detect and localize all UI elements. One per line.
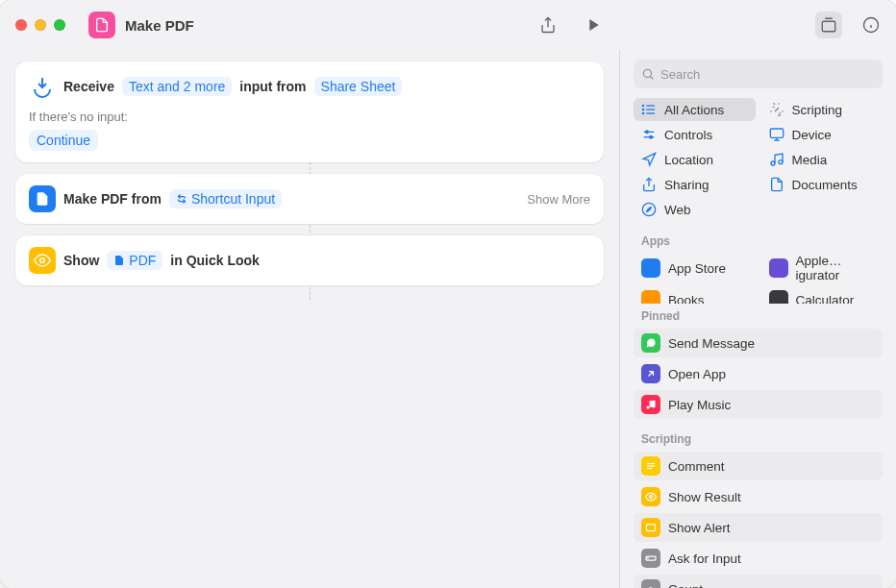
category-label: Scripting: [792, 103, 843, 117]
eye-icon: [641, 487, 660, 506]
apps-section-title: Apps: [620, 229, 896, 252]
action-label: Open App: [668, 367, 726, 381]
app-label: App Store: [668, 261, 726, 276]
app-icon: [641, 290, 660, 304]
category-media[interactable]: Media: [761, 148, 884, 171]
app-window: Make PDF: [0, 0, 896, 588]
svg-marker-22: [643, 153, 656, 165]
app-item[interactable]: Apple…igurator: [761, 252, 884, 284]
show-label: Show: [63, 253, 99, 268]
action-item[interactable]: ΣCount: [634, 575, 883, 588]
svg-point-26: [642, 203, 655, 215]
action-item[interactable]: Send Message: [634, 329, 883, 357]
make-pdf-label: Make PDF from: [63, 191, 162, 207]
info-button[interactable]: [858, 12, 884, 38]
category-scripting[interactable]: Scripting: [761, 98, 884, 121]
category-location[interactable]: Location: [634, 148, 756, 171]
svg-rect-2: [822, 21, 835, 32]
app-icon: [769, 290, 788, 304]
share-icon: [641, 177, 657, 192]
action-item[interactable]: Play Music: [634, 390, 883, 419]
category-web[interactable]: Web: [634, 198, 756, 221]
music-icon: [641, 395, 660, 414]
action-item[interactable]: Open App: [634, 359, 883, 388]
workflow-editor[interactable]: Receive Text and 2 more input from Share…: [0, 50, 620, 588]
category-label: All Actions: [664, 103, 724, 117]
library-toggle-button[interactable]: [815, 12, 842, 38]
svg-marker-1: [589, 19, 598, 31]
category-all-actions[interactable]: All Actions: [634, 98, 756, 121]
search-field[interactable]: [634, 60, 883, 88]
receive-mid: input from: [239, 79, 306, 94]
list-icon: [641, 102, 657, 117]
library-sidebar: All ActionsScriptingControlsDeviceLocati…: [620, 50, 896, 588]
svg-point-13: [642, 109, 643, 110]
action-item[interactable]: Show Alert: [634, 513, 883, 542]
alert-icon: [641, 518, 660, 537]
search-input[interactable]: [660, 67, 875, 82]
app-label: Books: [668, 293, 705, 305]
app-icon: [769, 258, 788, 278]
shortcut-input-variable[interactable]: Shortcut Input: [169, 189, 282, 208]
app-item[interactable]: Books: [634, 288, 756, 304]
svg-point-18: [650, 135, 653, 138]
device-icon: [769, 127, 784, 142]
scripting-list: CommentShow ResultShow AlertAsk for Inpu…: [620, 450, 896, 588]
make-pdf-card[interactable]: Make PDF from Shortcut Input Show More: [15, 174, 604, 224]
svg-marker-27: [646, 207, 651, 211]
pinned-list: Send MessageOpen AppPlay Music: [620, 327, 896, 427]
app-icon: [641, 258, 660, 278]
receive-label: Receive: [63, 79, 114, 94]
action-label: Show Result: [668, 490, 741, 504]
comment-icon: [641, 456, 660, 476]
receive-icon: [29, 73, 56, 100]
app-item[interactable]: App Store: [634, 252, 756, 284]
svg-point-14: [642, 112, 643, 113]
minimize-window-button[interactable]: [35, 19, 46, 31]
svg-point-12: [642, 105, 643, 106]
action-item[interactable]: Show Result: [634, 482, 883, 511]
svg-point-23: [771, 161, 775, 165]
app-item[interactable]: Calculator: [761, 288, 884, 304]
svg-point-24: [779, 160, 783, 164]
svg-point-33: [650, 496, 653, 499]
document-icon: [29, 185, 56, 212]
no-input-behavior-token[interactable]: Continue: [29, 130, 98, 151]
apps-grid: App StoreApple…iguratorBooksCalculator: [620, 252, 896, 304]
app-label: Apple…igurator: [796, 254, 876, 282]
category-device[interactable]: Device: [761, 123, 884, 146]
count-icon: Σ: [641, 579, 660, 588]
show-more-button[interactable]: Show More: [527, 192, 590, 207]
window-body: Receive Text and 2 more input from Share…: [0, 50, 896, 588]
action-label: Comment: [668, 459, 725, 474]
safari-icon: [641, 202, 657, 217]
shortcut-app-icon: [88, 12, 115, 38]
close-window-button[interactable]: [15, 19, 27, 31]
nav-icon: [641, 152, 657, 167]
action-item[interactable]: Ask for Input: [634, 544, 883, 573]
pdf-variable[interactable]: PDF: [107, 251, 162, 270]
action-label: Send Message: [668, 336, 755, 351]
category-label: Controls: [664, 128, 712, 142]
category-controls[interactable]: Controls: [634, 123, 756, 146]
category-documents[interactable]: Documents: [761, 173, 884, 196]
svg-point-29: [653, 405, 656, 408]
share-button[interactable]: [535, 12, 561, 38]
category-label: Sharing: [664, 178, 709, 192]
quick-look-card[interactable]: Show PDF in Quick Look: [15, 235, 604, 285]
fullscreen-window-button[interactable]: [54, 19, 65, 31]
slider-icon: [641, 127, 657, 142]
window-title: Make PDF: [125, 17, 194, 34]
message-icon: [641, 333, 660, 353]
search-icon: [641, 67, 655, 81]
input-type-token[interactable]: Text and 2 more: [122, 77, 232, 96]
app-label: Calculator: [796, 293, 855, 305]
category-label: Device: [792, 128, 832, 142]
category-sharing[interactable]: Sharing: [634, 173, 756, 196]
input-source-token[interactable]: Share Sheet: [314, 77, 403, 96]
action-item[interactable]: Comment: [634, 452, 883, 480]
receive-input-card[interactable]: Receive Text and 2 more input from Share…: [15, 61, 604, 162]
category-label: Web: [664, 203, 691, 217]
run-button[interactable]: [581, 12, 608, 38]
svg-line-8: [651, 77, 654, 80]
